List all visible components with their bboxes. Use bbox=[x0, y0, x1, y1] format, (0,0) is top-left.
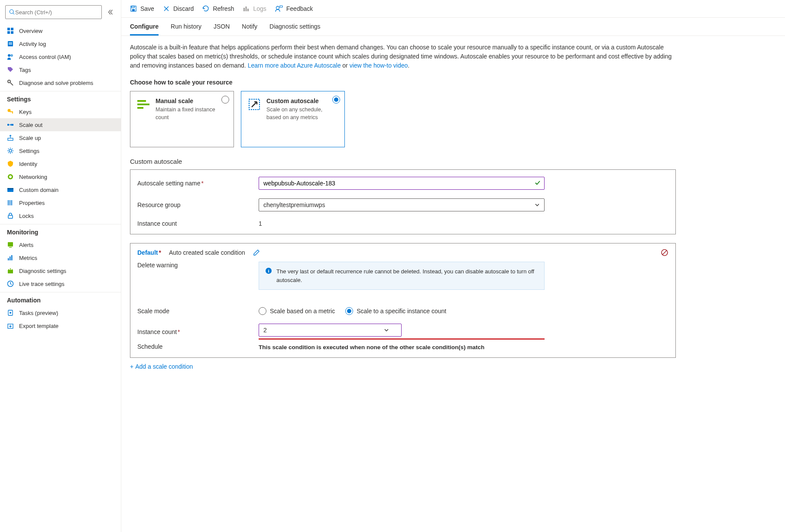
nav-item-diagnostic[interactable]: Diagnostic settings bbox=[0, 264, 121, 277]
svg-line-1 bbox=[13, 13, 15, 15]
refresh-icon bbox=[202, 5, 209, 12]
delete-condition-button[interactable] bbox=[661, 249, 668, 256]
nav-item-diagnose[interactable]: Diagnose and solve problems bbox=[0, 76, 121, 89]
nav-item-alerts[interactable]: Alerts bbox=[0, 238, 121, 251]
chevron-down-icon bbox=[535, 202, 540, 208]
scale-mode-metric-radio[interactable]: Scale based on a metric bbox=[259, 307, 335, 315]
tab-json[interactable]: JSON bbox=[214, 23, 230, 36]
manual-radio[interactable] bbox=[221, 96, 229, 104]
condition-instance-input[interactable]: 2 bbox=[259, 324, 402, 337]
pencil-icon bbox=[253, 249, 260, 256]
nav-item-tasks[interactable]: Tasks (preview) bbox=[0, 306, 121, 319]
custom-autoscale-card[interactable]: Custom autoscale Scale on any schedule, … bbox=[241, 91, 345, 147]
overview-icon bbox=[7, 27, 14, 34]
svg-rect-26 bbox=[11, 200, 12, 205]
section-settings: Settings bbox=[0, 91, 121, 105]
discard-button[interactable]: Discard bbox=[163, 5, 194, 12]
discard-icon bbox=[163, 5, 170, 12]
feedback-label: Feedback bbox=[286, 5, 313, 12]
nav-item-tags[interactable]: Tags bbox=[0, 63, 121, 76]
nav-item-locks[interactable]: Locks bbox=[0, 209, 121, 222]
tab-notify[interactable]: Notify bbox=[242, 23, 257, 36]
svg-point-21 bbox=[9, 175, 12, 178]
nav-item-scale-up[interactable]: Scale up bbox=[0, 131, 121, 144]
chevron-double-left-icon bbox=[107, 9, 114, 15]
svg-point-19 bbox=[9, 149, 12, 152]
info-icon: i bbox=[265, 267, 272, 284]
nav-item-overview[interactable]: Overview bbox=[0, 24, 121, 37]
nav-item-keys[interactable]: Keys bbox=[0, 105, 121, 118]
access-control-icon bbox=[7, 53, 14, 60]
nav-item-settings[interactable]: Settings bbox=[0, 144, 121, 157]
svg-point-10 bbox=[10, 54, 13, 57]
condition-name: Default* bbox=[137, 249, 161, 256]
svg-rect-18 bbox=[8, 138, 13, 140]
nav-label: Tags bbox=[19, 67, 31, 73]
save-button[interactable]: Save bbox=[130, 5, 154, 12]
search-box[interactable] bbox=[5, 5, 102, 19]
content: Autoscale is a built-in feature that hel… bbox=[121, 36, 684, 377]
manual-scale-title: Manual scale bbox=[156, 97, 227, 104]
nav-label: Locks bbox=[19, 213, 34, 219]
refresh-label: Refresh bbox=[213, 5, 234, 12]
learn-more-link[interactable]: Learn more about Azure Autoscale bbox=[248, 62, 341, 69]
nav-item-activity-log[interactable]: Activity log bbox=[0, 37, 121, 50]
svg-rect-44 bbox=[247, 9, 249, 11]
delete-warning-info: i The very last or default recurrence ru… bbox=[259, 262, 545, 290]
nav-item-metrics[interactable]: Metrics bbox=[0, 251, 121, 264]
feedback-button[interactable]: Feedback bbox=[275, 5, 313, 12]
nav-label: Metrics bbox=[19, 255, 37, 261]
nav-label: Access control (IAM) bbox=[19, 54, 71, 60]
scale-out-icon bbox=[7, 121, 14, 128]
svg-rect-23 bbox=[7, 188, 13, 189]
nav-item-properties[interactable]: Properties bbox=[0, 196, 121, 209]
nav-item-custom-domain[interactable]: Custom domain bbox=[0, 183, 121, 196]
resource-group-select[interactable]: chenyltestpremiumwps bbox=[259, 198, 545, 211]
svg-text:i: i bbox=[268, 268, 269, 273]
refresh-button[interactable]: Refresh bbox=[202, 5, 234, 12]
properties-icon bbox=[7, 199, 14, 206]
manual-scale-icon bbox=[136, 97, 150, 111]
nav-item-identity[interactable]: Identity bbox=[0, 157, 121, 170]
prohibit-icon bbox=[661, 249, 668, 256]
logs-button: Logs bbox=[243, 5, 266, 12]
svg-rect-16 bbox=[7, 124, 9, 126]
nav-item-networking[interactable]: Networking bbox=[0, 170, 121, 183]
nav-item-access-control[interactable]: Access control (IAM) bbox=[0, 50, 121, 63]
info-text: The very last or default recurrence rule… bbox=[276, 267, 538, 284]
scale-mode-count-label: Scale to a specific instance count bbox=[357, 308, 446, 315]
toolbar: Save Discard Refresh Logs Feedback bbox=[121, 0, 785, 18]
nav-item-live-trace[interactable]: Live trace settings bbox=[0, 277, 121, 290]
live-trace-icon bbox=[7, 280, 14, 287]
add-scale-condition-button[interactable]: +Add a scale condition bbox=[130, 363, 676, 370]
tab-diagnostic-settings[interactable]: Diagnostic settings bbox=[269, 23, 321, 36]
howto-video-link[interactable]: view the how-to video bbox=[350, 62, 408, 69]
desc-or: or bbox=[342, 62, 349, 69]
collapse-sidebar-button[interactable] bbox=[105, 7, 116, 17]
tab-configure[interactable]: Configure bbox=[130, 23, 159, 36]
search-input[interactable] bbox=[15, 9, 98, 16]
nav-label: Scale out bbox=[19, 122, 42, 128]
nav-item-scale-out[interactable]: Scale out bbox=[0, 118, 121, 131]
manual-scale-card[interactable]: Manual scale Maintain a fixed instance c… bbox=[130, 91, 234, 147]
identity-icon bbox=[7, 160, 14, 167]
scale-up-icon bbox=[7, 134, 14, 141]
custom-autoscale-icon bbox=[247, 97, 261, 111]
nav-label: Settings bbox=[19, 148, 39, 154]
svg-rect-14 bbox=[10, 111, 13, 112]
main: Save Discard Refresh Logs Feedback Confi… bbox=[121, 0, 785, 532]
edit-condition-button[interactable] bbox=[253, 249, 260, 256]
schedule-label: Schedule bbox=[137, 343, 259, 350]
nav-label: Activity log bbox=[19, 41, 46, 47]
tab-run-history[interactable]: Run history bbox=[171, 23, 201, 36]
custom-radio[interactable] bbox=[332, 96, 340, 104]
nav-item-export[interactable]: Export template bbox=[0, 319, 121, 332]
autoscale-name-input[interactable] bbox=[259, 177, 545, 190]
nav-label: Export template bbox=[19, 323, 58, 329]
feedback-icon bbox=[275, 5, 283, 12]
svg-point-45 bbox=[276, 6, 279, 10]
scale-mode-label: Scale mode bbox=[137, 308, 259, 315]
autoscale-settings-panel: Autoscale setting name* Resource group c… bbox=[130, 169, 676, 234]
scale-mode-count-radio[interactable]: Scale to a specific instance count bbox=[345, 307, 446, 315]
svg-rect-31 bbox=[11, 255, 13, 260]
